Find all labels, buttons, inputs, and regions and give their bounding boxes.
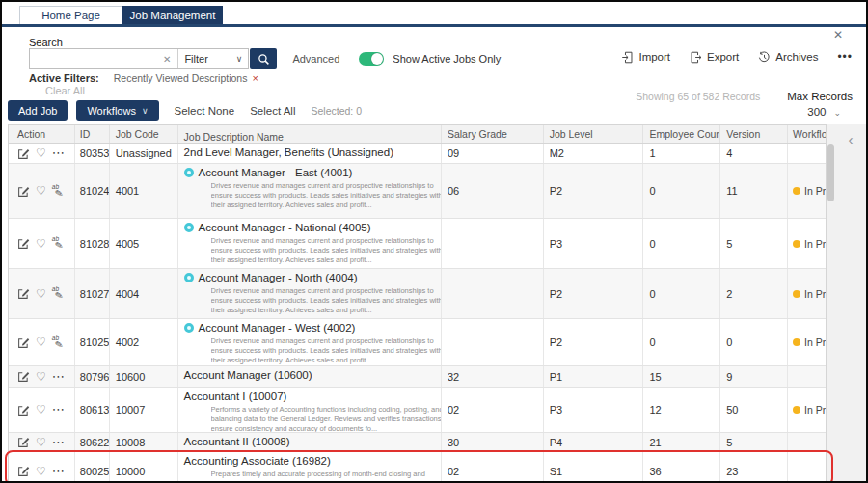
- edit-icon[interactable]: [17, 370, 30, 383]
- job-description-link[interactable]: Account Manager - West (4002): [199, 322, 356, 334]
- clear-search-icon[interactable]: ✕: [161, 54, 177, 65]
- cell-id: 81025: [74, 319, 109, 365]
- job-description-link[interactable]: 2nd Level Manager, Benefits (Unassigned): [184, 147, 393, 158]
- job-description-link[interactable]: Account Manager - East (4001): [199, 167, 353, 178]
- collapse-panel-icon[interactable]: ‹: [849, 131, 854, 148]
- edit-icon[interactable]: [17, 465, 30, 477]
- search-input[interactable]: [30, 51, 161, 67]
- selected-count: Selected: 0: [311, 105, 362, 117]
- add-job-button[interactable]: Add Job: [8, 100, 68, 121]
- edit-icon[interactable]: [17, 185, 30, 198]
- column-header-description-name[interactable]: Job Description Name: [177, 125, 441, 143]
- edit-icon[interactable]: [17, 436, 30, 448]
- column-header-job-code[interactable]: Job Code: [109, 125, 177, 143]
- table-row[interactable]: ♡⋯8002510000Accounting Associate (16982)…: [9, 452, 826, 483]
- records-count-text: Showing 65 of 582 Records: [636, 91, 760, 102]
- edit-icon[interactable]: [17, 148, 30, 160]
- search-button[interactable]: [250, 48, 277, 69]
- cell-job-code: 4002: [109, 319, 177, 365]
- table-row[interactable]: ♡⋯8079610600Account Manager (10600)32P11…: [9, 366, 826, 388]
- more-actions-icon[interactable]: ⋯: [52, 438, 65, 447]
- ab-edit-icon[interactable]: ab✎: [52, 237, 67, 250]
- tab-home-page[interactable]: Home Page: [19, 6, 122, 24]
- job-description-link[interactable]: Account Manager - National (4005): [199, 222, 371, 233]
- column-header-action[interactable]: Action: [9, 125, 74, 143]
- cell-workflow-status: [787, 433, 826, 451]
- advanced-link[interactable]: Advanced: [292, 53, 339, 65]
- filter-dropdown[interactable]: Filter ∨: [177, 49, 248, 68]
- edit-icon[interactable]: [17, 237, 30, 250]
- column-header-workflow-status[interactable]: Workflow Status: [787, 125, 826, 143]
- archives-history-icon: [758, 51, 771, 64]
- ab-edit-icon[interactable]: ab✎: [52, 287, 67, 300]
- favorite-icon[interactable]: ♡: [36, 148, 46, 159]
- table-row[interactable]: ♡ab✎810284005Account Manager - National …: [9, 219, 826, 269]
- favorite-icon[interactable]: ♡: [36, 371, 46, 383]
- more-menu-icon[interactable]: •••: [837, 50, 853, 64]
- more-actions-icon[interactable]: ⋯: [52, 372, 65, 382]
- clear-all-link[interactable]: Clear All: [45, 85, 85, 96]
- favorite-icon[interactable]: ♡: [36, 288, 46, 300]
- more-actions-icon[interactable]: ⋯: [52, 148, 65, 158]
- side-panel: ‹: [835, 124, 866, 481]
- column-header-employee-count[interactable]: Employee Count: [642, 125, 719, 143]
- more-actions-icon[interactable]: ⋯: [52, 405, 65, 415]
- archives-label: Archives: [775, 51, 818, 63]
- job-description-link[interactable]: Accountant II (10008): [184, 436, 290, 447]
- select-all-link[interactable]: Select All: [250, 105, 295, 117]
- table-row[interactable]: ♡⋯80353Unassigned2nd Level Manager, Bene…: [9, 144, 826, 164]
- column-header-version[interactable]: Version: [719, 125, 787, 143]
- cell-job-level: M2: [543, 144, 643, 163]
- remove-filter-icon[interactable]: ×: [252, 72, 258, 84]
- edit-icon[interactable]: [17, 287, 30, 300]
- tab-job-management[interactable]: Job Management: [122, 6, 223, 24]
- archives-button[interactable]: Archives: [758, 51, 818, 64]
- table-row[interactable]: ♡ab✎810244001Account Manager - East (400…: [9, 164, 826, 219]
- favorite-icon[interactable]: ♡: [36, 404, 46, 416]
- ab-edit-icon[interactable]: ab✎: [52, 185, 67, 198]
- ab-edit-icon[interactable]: ab✎: [52, 336, 67, 349]
- show-active-toggle[interactable]: [359, 52, 384, 66]
- vertical-scrollbar[interactable]: [827, 124, 835, 481]
- column-header-id[interactable]: ID: [74, 125, 109, 143]
- import-button[interactable]: Import: [621, 51, 670, 64]
- favorite-icon[interactable]: ♡: [36, 437, 46, 448]
- scrollbar-thumb[interactable]: [827, 144, 834, 201]
- cell-description-name: Accounting Associate (16982)Prepares tim…: [177, 452, 441, 483]
- edit-icon[interactable]: [17, 336, 30, 349]
- more-actions-icon[interactable]: ⋯: [52, 467, 65, 476]
- max-records-value: 300: [807, 106, 826, 118]
- cell-action: ♡⋯: [9, 388, 74, 432]
- max-records-label: Max Records: [787, 91, 853, 102]
- job-description-link[interactable]: Account Manager (10600): [184, 369, 312, 381]
- favorite-icon[interactable]: ♡: [36, 466, 46, 477]
- column-header-job-level[interactable]: Job Level: [543, 125, 643, 143]
- job-description-link[interactable]: Accountant I (10007): [184, 390, 287, 402]
- export-button[interactable]: Export: [690, 51, 739, 64]
- workflows-button[interactable]: Workflows ∨: [76, 100, 158, 121]
- cell-id: 80353: [74, 144, 109, 163]
- job-table: Action ID Job Code Job Description Name …: [8, 124, 827, 483]
- cell-job-code: 4001: [109, 164, 177, 218]
- max-records-select[interactable]: 300⌄: [636, 106, 841, 118]
- edit-icon[interactable]: [17, 404, 30, 416]
- table-header: Action ID Job Code Job Description Name …: [8, 124, 827, 144]
- favorite-icon[interactable]: ♡: [36, 336, 46, 348]
- job-description-link[interactable]: Account Manager - North (4004): [199, 272, 358, 283]
- cell-job-code: 10000: [109, 452, 177, 483]
- status-dot-icon: [793, 290, 800, 298]
- job-description-link[interactable]: Accounting Associate (16982): [184, 455, 331, 467]
- table-row[interactable]: ♡⋯8062210008Accountant II (10008)30P4215: [9, 433, 826, 452]
- select-none-link[interactable]: Select None: [175, 105, 235, 117]
- table-row[interactable]: ♡ab✎810274004Account Manager - North (40…: [9, 269, 826, 319]
- cell-description-name: Accountant II (10008): [177, 433, 441, 451]
- favorite-icon[interactable]: ♡: [36, 185, 46, 197]
- status-dot-icon: [793, 406, 800, 414]
- cell-version: 5: [719, 219, 787, 268]
- table-row[interactable]: ♡⋯8061310007Accountant I (10007)Performs…: [9, 388, 826, 433]
- export-label: Export: [707, 51, 739, 63]
- close-icon[interactable]: ✕: [833, 28, 843, 41]
- column-header-salary-grade[interactable]: Salary Grade: [441, 125, 543, 143]
- table-row[interactable]: ♡ab✎810254002Account Manager - West (400…: [9, 319, 826, 366]
- favorite-icon[interactable]: ♡: [36, 238, 46, 250]
